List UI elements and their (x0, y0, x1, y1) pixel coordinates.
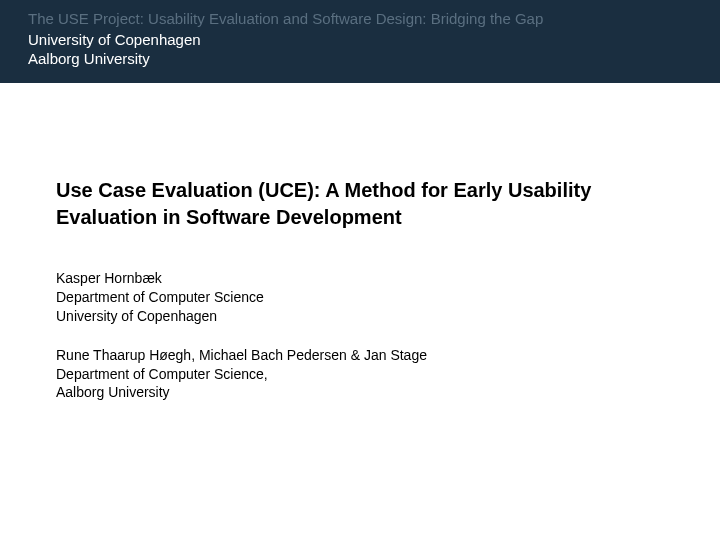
author-block-2: Rune Thaarup Høegh, Michael Bach Pederse… (56, 346, 664, 403)
author-name: Rune Thaarup Høegh, Michael Bach Pederse… (56, 346, 664, 365)
author-name: Kasper Hornbæk (56, 269, 664, 288)
header-university-1: University of Copenhagen (28, 31, 692, 48)
slide-content: Use Case Evaluation (UCE): A Method for … (0, 83, 720, 402)
presentation-title: Use Case Evaluation (UCE): A Method for … (56, 177, 664, 231)
author-univ: University of Copenhagen (56, 307, 664, 326)
project-title: The USE Project: Usability Evaluation an… (28, 10, 692, 27)
author-dept: Department of Computer Science (56, 288, 664, 307)
author-block-1: Kasper Hornbæk Department of Computer Sc… (56, 269, 664, 326)
author-univ: Aalborg University (56, 383, 664, 402)
author-dept: Department of Computer Science, (56, 365, 664, 384)
header-university-2: Aalborg University (28, 50, 692, 67)
slide-header: The USE Project: Usability Evaluation an… (0, 0, 720, 83)
